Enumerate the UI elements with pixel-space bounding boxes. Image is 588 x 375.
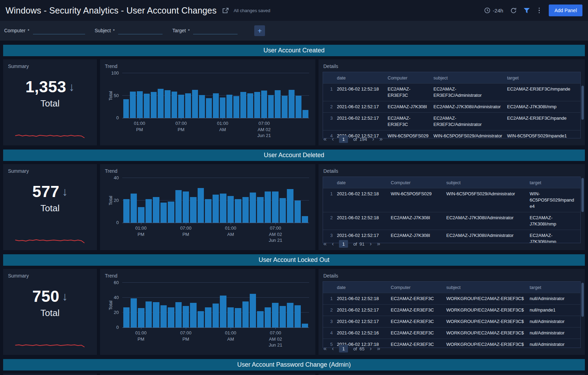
trend-bar[interactable] (131, 194, 137, 223)
column-header[interactable]: Computer (391, 180, 446, 185)
first-page-icon[interactable]: « (323, 345, 326, 352)
trend-bar[interactable] (190, 303, 196, 327)
column-header[interactable]: subject (433, 75, 507, 80)
trend-bar[interactable] (153, 302, 159, 327)
add-filter-button[interactable]: + (254, 25, 265, 36)
trend-bar[interactable] (206, 98, 212, 118)
trend-bar[interactable] (205, 307, 211, 327)
trend-bar[interactable] (123, 307, 130, 327)
next-page-icon[interactable]: › (370, 240, 372, 247)
table-row[interactable]: 22021-06-02 12:52:18EC2AMAZ-J7K308IEC2AM… (323, 212, 580, 230)
trend-bar[interactable] (199, 95, 205, 118)
computer-filter-input[interactable] (33, 27, 85, 34)
trend-bar[interactable] (175, 190, 182, 223)
trend-bar[interactable] (185, 93, 191, 118)
first-page-icon[interactable]: « (323, 136, 326, 143)
trend-bar[interactable] (168, 307, 174, 327)
first-page-icon[interactable]: « (323, 240, 326, 247)
trend-bar[interactable] (254, 92, 260, 118)
trend-bar[interactable] (242, 301, 249, 327)
trend-bar[interactable] (205, 199, 211, 223)
trend-bar[interactable] (160, 305, 167, 328)
trend-bar[interactable] (192, 90, 198, 118)
column-header[interactable]: date (337, 75, 388, 80)
last-page-icon[interactable]: » (377, 345, 380, 352)
table-row[interactable]: 22021-06-02 12:52:17EC2AMAZ-J7K308IEC2AM… (323, 101, 580, 112)
trend-bar[interactable] (240, 92, 246, 118)
trend-bar[interactable] (175, 302, 182, 327)
more-options-icon[interactable] (537, 7, 542, 14)
time-range-control[interactable]: -24h (484, 7, 503, 14)
column-header[interactable]: target (530, 180, 580, 185)
trend-bar[interactable] (235, 199, 241, 223)
trend-bar[interactable] (153, 197, 159, 223)
trend-bar[interactable] (268, 95, 274, 118)
trend-bar[interactable] (303, 110, 308, 118)
trend-bar[interactable] (198, 311, 204, 327)
refresh-icon[interactable] (510, 7, 517, 14)
trend-bar[interactable] (272, 303, 278, 327)
trend-bar[interactable] (265, 307, 271, 327)
table-row[interactable]: 32021-06-02 12:52:17EC2AMAZ-ER3EF3CEC2AM… (323, 112, 580, 130)
trend-bar[interactable] (235, 308, 241, 327)
trend-bar[interactable] (265, 191, 271, 223)
trend-bar[interactable] (227, 307, 234, 327)
next-page-icon[interactable]: › (372, 136, 374, 143)
trend-bar[interactable] (123, 199, 130, 223)
current-page[interactable]: 1 (339, 345, 348, 352)
last-page-icon[interactable]: » (377, 240, 380, 247)
current-page[interactable]: 1 (339, 240, 348, 248)
trend-bar[interactable] (123, 99, 129, 118)
trend-bar[interactable] (247, 93, 253, 118)
table-row[interactable]: 22021-06-02 12:52:17EC2AMAZ-ER3EF3CWORKG… (323, 304, 580, 316)
trend-bar[interactable] (172, 92, 177, 118)
trend-bar[interactable] (213, 93, 219, 118)
column-header[interactable]: target (530, 285, 580, 290)
prev-page-icon[interactable]: ‹ (332, 345, 334, 352)
trend-bar[interactable] (287, 303, 293, 327)
prev-page-icon[interactable]: ‹ (332, 136, 334, 143)
trend-bar[interactable] (144, 94, 150, 118)
trend-bar[interactable] (302, 216, 308, 223)
trend-bar[interactable] (287, 189, 293, 223)
trend-bar[interactable] (282, 96, 288, 118)
column-header[interactable]: date (337, 285, 391, 290)
trend-bar[interactable] (178, 95, 184, 118)
column-header[interactable]: subject (446, 285, 530, 290)
trend-bar[interactable] (183, 306, 189, 327)
last-page-icon[interactable]: » (379, 136, 382, 143)
trend-bar[interactable] (242, 197, 249, 223)
scrollbar-thumb[interactable] (581, 283, 584, 317)
target-filter-input[interactable] (193, 27, 238, 34)
trend-bar[interactable] (233, 96, 239, 118)
trend-bar[interactable] (295, 305, 301, 328)
scrollbar-thumb[interactable] (581, 86, 584, 120)
trend-bar[interactable] (131, 298, 137, 327)
table-row[interactable]: 12021-06-02 12:52:18EC2AMAZ-ER3EF3CWORKG… (323, 293, 580, 304)
trend-bar[interactable] (138, 207, 144, 223)
trend-bar[interactable] (289, 90, 295, 118)
trend-bar[interactable] (151, 92, 157, 118)
trend-bar[interactable] (220, 296, 226, 327)
next-page-icon[interactable]: › (370, 345, 372, 352)
trend-bar[interactable] (138, 308, 144, 327)
trend-bar[interactable] (226, 95, 232, 118)
trend-bar[interactable] (296, 96, 301, 118)
column-header[interactable]: date (337, 180, 391, 185)
trend-bar[interactable] (257, 197, 263, 223)
current-page[interactable]: 1 (339, 135, 348, 143)
trend-bar[interactable] (250, 294, 256, 327)
column-header[interactable]: Computer (388, 75, 433, 80)
table-row[interactable]: 32021-06-02 12:52:17EC2AMAZ-ER3EF3CWORKG… (323, 316, 580, 327)
trend-bar[interactable] (213, 195, 219, 223)
trend-bar[interactable] (130, 92, 136, 118)
trend-bar[interactable] (168, 202, 174, 223)
trend-bar[interactable] (227, 196, 234, 223)
prev-page-icon[interactable]: ‹ (332, 240, 334, 247)
trend-bar[interactable] (160, 203, 167, 223)
trend-bar[interactable] (302, 324, 308, 327)
trend-bar[interactable] (190, 197, 196, 223)
scrollbar-thumb[interactable] (581, 178, 584, 212)
trend-bar[interactable] (261, 91, 267, 118)
trend-bar[interactable] (158, 89, 164, 118)
